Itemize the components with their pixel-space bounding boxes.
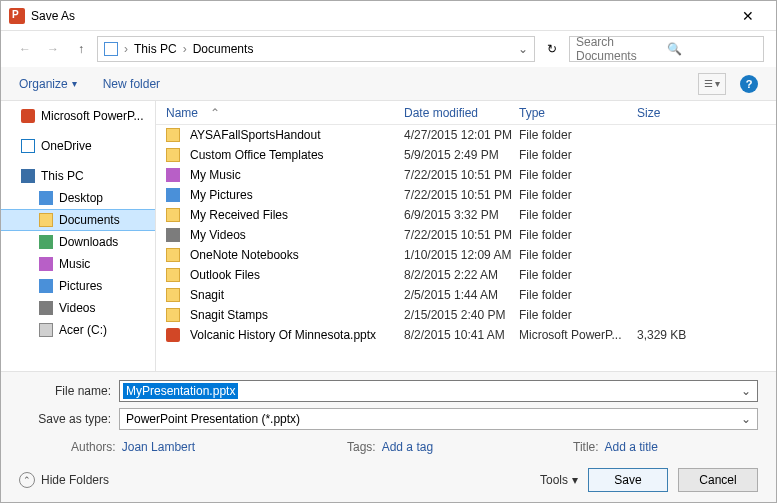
pic-icon: [39, 279, 53, 293]
tree-item[interactable]: Music: [1, 253, 155, 275]
new-folder-button[interactable]: New folder: [103, 77, 160, 91]
authors-value[interactable]: Joan Lambert: [122, 440, 195, 454]
file-date: 4/27/2015 12:01 PM: [404, 128, 519, 142]
tags-value[interactable]: Add a tag: [382, 440, 433, 454]
cancel-button[interactable]: Cancel: [678, 468, 758, 492]
tree-item-label: Desktop: [59, 191, 103, 205]
file-name: AYSAFallSportsHandout: [190, 128, 321, 142]
file-name: My Pictures: [190, 188, 253, 202]
saveastype-select[interactable]: PowerPoint Presentation (*.pptx) ⌄: [119, 408, 758, 430]
title-value[interactable]: Add a title: [605, 440, 658, 454]
header-name[interactable]: Name: [156, 106, 404, 120]
file-list: Name Date modified Type Size AYSAFallSpo…: [156, 101, 776, 371]
organize-button[interactable]: Organize ▾: [19, 77, 77, 91]
list-item[interactable]: AYSAFallSportsHandout4/27/2015 12:01 PMF…: [156, 125, 776, 145]
header-size[interactable]: Size: [637, 106, 776, 120]
saveastype-value: PowerPoint Presentation (*.pptx): [122, 412, 300, 426]
tree-item[interactable]: Videos: [1, 297, 155, 319]
save-button[interactable]: Save: [588, 468, 668, 492]
list-item[interactable]: My Music7/22/2015 10:51 PMFile folder: [156, 165, 776, 185]
chevron-down-icon[interactable]: ⌄: [737, 412, 755, 426]
list-item[interactable]: Snagit Stamps2/15/2015 2:40 PMFile folde…: [156, 305, 776, 325]
tree-item[interactable]: Downloads: [1, 231, 155, 253]
filename-label: File name:: [19, 384, 111, 398]
file-name: Snagit Stamps: [190, 308, 268, 322]
pc-icon: [21, 169, 35, 183]
filename-value: MyPresentation.pptx: [123, 383, 238, 399]
file-type: File folder: [519, 288, 637, 302]
list-item[interactable]: My Received Files6/9/2015 3:32 PMFile fo…: [156, 205, 776, 225]
saveastype-label: Save as type:: [19, 412, 111, 426]
window-title: Save As: [31, 9, 728, 23]
tree-item-label: Microsoft PowerP...: [41, 109, 143, 123]
file-date: 7/22/2015 10:51 PM: [404, 188, 519, 202]
file-type: File folder: [519, 128, 637, 142]
file-name: My Received Files: [190, 208, 288, 222]
list-header[interactable]: Name Date modified Type Size: [156, 101, 776, 125]
file-name: My Videos: [190, 228, 246, 242]
header-type[interactable]: Type: [519, 106, 637, 120]
file-date: 2/5/2015 1:44 AM: [404, 288, 519, 302]
save-as-dialog: Save As ✕ ← → ↑ › This PC › Documents ⌄ …: [0, 0, 777, 503]
list-item[interactable]: My Pictures7/22/2015 10:51 PMFile folder: [156, 185, 776, 205]
folder-icon: [104, 42, 118, 56]
file-date: 7/22/2015 10:51 PM: [404, 228, 519, 242]
file-date: 2/15/2015 2:40 PM: [404, 308, 519, 322]
breadcrumb-dropdown-icon[interactable]: ⌄: [518, 42, 528, 56]
bottom-panel: File name: MyPresentation.pptx ⌄ Save as…: [1, 372, 776, 464]
refresh-button[interactable]: ↻: [539, 36, 565, 62]
list-item[interactable]: OneNote Notebooks1/10/2015 12:09 AMFile …: [156, 245, 776, 265]
back-button[interactable]: ←: [13, 37, 37, 61]
tree-item[interactable]: OneDrive: [1, 135, 155, 157]
tree-item[interactable]: Pictures: [1, 275, 155, 297]
tree-item[interactable]: Documents: [1, 209, 155, 231]
list-item[interactable]: My Videos7/22/2015 10:51 PMFile folder: [156, 225, 776, 245]
breadcrumb-pc[interactable]: This PC: [134, 42, 177, 56]
breadcrumb[interactable]: › This PC › Documents ⌄: [97, 36, 535, 62]
folder-icon: [166, 288, 180, 302]
help-button[interactable]: ?: [740, 75, 758, 93]
chevron-down-icon[interactable]: ⌄: [737, 384, 755, 398]
hide-folders-button[interactable]: ⌃ Hide Folders: [19, 472, 109, 488]
tree-item-label: Pictures: [59, 279, 102, 293]
list-item[interactable]: Outlook Files8/2/2015 2:22 AMFile folder: [156, 265, 776, 285]
file-name: OneNote Notebooks: [190, 248, 299, 262]
up-button[interactable]: ↑: [69, 37, 93, 61]
footer: ⌃ Hide Folders Tools ▾ Save Cancel: [1, 464, 776, 502]
filename-input[interactable]: MyPresentation.pptx ⌄: [119, 380, 758, 402]
tree-item[interactable]: Acer (C:): [1, 319, 155, 341]
tree-item[interactable]: Microsoft PowerP...: [1, 105, 155, 127]
file-type: File folder: [519, 148, 637, 162]
chevron-right-icon: ›: [179, 42, 191, 56]
file-name: Custom Office Templates: [190, 148, 324, 162]
breadcrumb-folder[interactable]: Documents: [193, 42, 254, 56]
file-type: File folder: [519, 248, 637, 262]
list-item[interactable]: Custom Office Templates5/9/2015 2:49 PMF…: [156, 145, 776, 165]
close-button[interactable]: ✕: [728, 8, 768, 24]
list-item[interactable]: Snagit2/5/2015 1:44 AMFile folder: [156, 285, 776, 305]
dl-icon: [39, 235, 53, 249]
forward-button[interactable]: →: [41, 37, 65, 61]
file-type: File folder: [519, 268, 637, 282]
file-type: File folder: [519, 188, 637, 202]
tree-item[interactable]: This PC: [1, 165, 155, 187]
list-item[interactable]: Volcanic History Of Minnesota.pptx8/2/20…: [156, 325, 776, 345]
header-date[interactable]: Date modified: [404, 106, 519, 120]
chevron-up-icon: ⌃: [19, 472, 35, 488]
tools-button[interactable]: Tools ▾: [540, 473, 578, 487]
tree-item[interactable]: Desktop: [1, 187, 155, 209]
file-type: File folder: [519, 228, 637, 242]
folder-icon: [166, 128, 180, 142]
file-date: 1/10/2015 12:09 AM: [404, 248, 519, 262]
pp-icon: [21, 109, 35, 123]
view-options-button[interactable]: ☰ ▾: [698, 73, 726, 95]
tree-item-label: Videos: [59, 301, 95, 315]
powerpoint-icon: [9, 8, 25, 24]
nav-tree[interactable]: Microsoft PowerP...OneDriveThis PCDeskto…: [1, 101, 156, 371]
search-input[interactable]: Search Documents 🔍: [569, 36, 764, 62]
file-type: Microsoft PowerP...: [519, 328, 637, 342]
tree-item-label: Documents: [59, 213, 120, 227]
tree-item-label: Downloads: [59, 235, 118, 249]
file-type: File folder: [519, 208, 637, 222]
drive-icon: [39, 323, 53, 337]
